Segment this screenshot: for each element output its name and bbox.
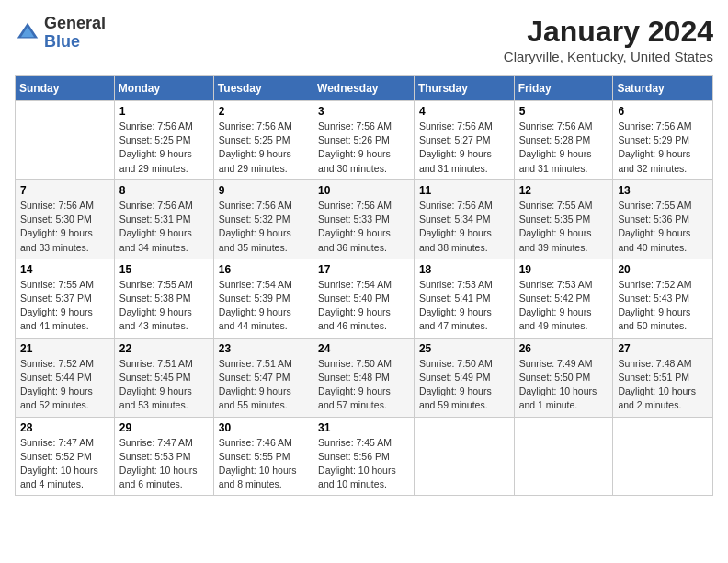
day-info: Sunrise: 7:47 AMSunset: 5:53 PMDaylight:… [119, 436, 209, 492]
calendar-cell: 31Sunrise: 7:45 AMSunset: 5:56 PMDayligh… [313, 417, 415, 496]
day-number: 12 [519, 184, 609, 197]
day-info: Sunrise: 7:54 AMSunset: 5:39 PMDaylight:… [219, 278, 308, 334]
day-info: Sunrise: 7:54 AMSunset: 5:40 PMDaylight:… [318, 278, 409, 334]
day-info: Sunrise: 7:46 AMSunset: 5:55 PMDaylight:… [219, 436, 308, 492]
day-number: 28 [20, 421, 109, 434]
day-header-monday: Monday [114, 76, 213, 101]
day-number: 21 [20, 342, 109, 355]
calendar-cell: 5Sunrise: 7:56 AMSunset: 5:28 PMDaylight… [514, 101, 613, 180]
day-number: 10 [318, 184, 409, 197]
day-number: 8 [119, 184, 209, 197]
day-info: Sunrise: 7:50 AMSunset: 5:48 PMDaylight:… [318, 357, 409, 413]
calendar-week-row: 7Sunrise: 7:56 AMSunset: 5:30 PMDaylight… [16, 179, 713, 259]
day-number: 29 [119, 421, 209, 434]
calendar-cell: 30Sunrise: 7:46 AMSunset: 5:55 PMDayligh… [213, 417, 313, 496]
day-info: Sunrise: 7:52 AMSunset: 5:43 PMDaylight:… [618, 278, 708, 334]
calendar-cell: 21Sunrise: 7:52 AMSunset: 5:44 PMDayligh… [16, 338, 115, 417]
calendar-cell [16, 101, 115, 180]
month-title: January 2024 [504, 15, 713, 49]
day-number: 16 [219, 263, 308, 276]
calendar-cell [514, 417, 613, 496]
day-info: Sunrise: 7:56 AMSunset: 5:27 PMDaylight:… [419, 120, 509, 176]
day-info: Sunrise: 7:56 AMSunset: 5:28 PMDaylight:… [519, 120, 609, 176]
day-number: 7 [20, 184, 109, 197]
day-info: Sunrise: 7:56 AMSunset: 5:33 PMDaylight:… [318, 199, 409, 255]
day-info: Sunrise: 7:53 AMSunset: 5:42 PMDaylight:… [519, 278, 609, 334]
calendar-cell: 19Sunrise: 7:53 AMSunset: 5:42 PMDayligh… [514, 259, 613, 338]
calendar-cell: 28Sunrise: 7:47 AMSunset: 5:52 PMDayligh… [16, 417, 115, 496]
calendar-cell: 25Sunrise: 7:50 AMSunset: 5:49 PMDayligh… [414, 338, 514, 417]
location-text: Claryville, Kentucky, United States [504, 49, 713, 64]
day-info: Sunrise: 7:56 AMSunset: 5:34 PMDaylight:… [419, 199, 509, 255]
day-number: 30 [219, 421, 308, 434]
logo-icon [15, 20, 40, 46]
day-number: 5 [519, 105, 609, 118]
day-number: 2 [219, 105, 308, 118]
calendar-week-row: 14Sunrise: 7:55 AMSunset: 5:37 PMDayligh… [16, 259, 713, 338]
day-header-friday: Friday [514, 76, 613, 101]
day-number: 6 [618, 105, 708, 118]
calendar-cell: 6Sunrise: 7:56 AMSunset: 5:29 PMDaylight… [613, 101, 713, 180]
day-info: Sunrise: 7:52 AMSunset: 5:44 PMDaylight:… [20, 357, 109, 413]
day-info: Sunrise: 7:55 AMSunset: 5:37 PMDaylight:… [20, 278, 109, 334]
calendar-table: SundayMondayTuesdayWednesdayThursdayFrid… [15, 75, 713, 496]
day-number: 23 [219, 342, 308, 355]
calendar-cell: 26Sunrise: 7:49 AMSunset: 5:50 PMDayligh… [514, 338, 613, 417]
calendar-cell: 15Sunrise: 7:55 AMSunset: 5:38 PMDayligh… [114, 259, 213, 338]
day-number: 27 [618, 342, 708, 355]
calendar-cell: 27Sunrise: 7:48 AMSunset: 5:51 PMDayligh… [613, 338, 713, 417]
calendar-cell: 12Sunrise: 7:55 AMSunset: 5:35 PMDayligh… [514, 179, 613, 259]
day-info: Sunrise: 7:56 AMSunset: 5:31 PMDaylight:… [119, 199, 209, 255]
calendar-cell: 13Sunrise: 7:55 AMSunset: 5:36 PMDayligh… [613, 179, 713, 259]
calendar-cell: 1Sunrise: 7:56 AMSunset: 5:25 PMDaylight… [114, 101, 213, 180]
day-number: 20 [618, 263, 708, 276]
day-info: Sunrise: 7:56 AMSunset: 5:25 PMDaylight:… [219, 120, 308, 176]
day-header-tuesday: Tuesday [213, 76, 313, 101]
day-number: 22 [119, 342, 209, 355]
logo-general-text: General [44, 15, 106, 33]
day-header-sunday: Sunday [16, 76, 115, 101]
calendar-cell: 7Sunrise: 7:56 AMSunset: 5:30 PMDaylight… [16, 179, 115, 259]
page-header: General Blue January 2024 Claryville, Ke… [15, 15, 713, 64]
calendar-cell: 9Sunrise: 7:56 AMSunset: 5:32 PMDaylight… [213, 179, 313, 259]
calendar-week-row: 28Sunrise: 7:47 AMSunset: 5:52 PMDayligh… [16, 417, 713, 496]
day-number: 26 [519, 342, 609, 355]
calendar-cell: 11Sunrise: 7:56 AMSunset: 5:34 PMDayligh… [414, 179, 514, 259]
calendar-cell: 23Sunrise: 7:51 AMSunset: 5:47 PMDayligh… [213, 338, 313, 417]
day-info: Sunrise: 7:55 AMSunset: 5:35 PMDaylight:… [519, 199, 609, 255]
day-number: 1 [119, 105, 209, 118]
day-header-wednesday: Wednesday [313, 76, 415, 101]
day-number: 13 [618, 184, 708, 197]
calendar-header-row: SundayMondayTuesdayWednesdayThursdayFrid… [16, 76, 713, 101]
day-info: Sunrise: 7:45 AMSunset: 5:56 PMDaylight:… [318, 436, 409, 492]
calendar-cell: 22Sunrise: 7:51 AMSunset: 5:45 PMDayligh… [114, 338, 213, 417]
day-number: 17 [318, 263, 409, 276]
logo: General Blue [15, 15, 106, 52]
calendar-cell [414, 417, 514, 496]
day-info: Sunrise: 7:48 AMSunset: 5:51 PMDaylight:… [618, 357, 708, 413]
calendar-cell: 29Sunrise: 7:47 AMSunset: 5:53 PMDayligh… [114, 417, 213, 496]
calendar-cell: 17Sunrise: 7:54 AMSunset: 5:40 PMDayligh… [313, 259, 415, 338]
day-number: 14 [20, 263, 109, 276]
calendar-cell: 10Sunrise: 7:56 AMSunset: 5:33 PMDayligh… [313, 179, 415, 259]
day-info: Sunrise: 7:55 AMSunset: 5:38 PMDaylight:… [119, 278, 209, 334]
calendar-week-row: 21Sunrise: 7:52 AMSunset: 5:44 PMDayligh… [16, 338, 713, 417]
day-number: 25 [419, 342, 509, 355]
day-info: Sunrise: 7:56 AMSunset: 5:30 PMDaylight:… [20, 199, 109, 255]
day-info: Sunrise: 7:56 AMSunset: 5:32 PMDaylight:… [219, 199, 308, 255]
day-number: 24 [318, 342, 409, 355]
calendar-cell: 3Sunrise: 7:56 AMSunset: 5:26 PMDaylight… [313, 101, 415, 180]
day-info: Sunrise: 7:56 AMSunset: 5:25 PMDaylight:… [119, 120, 209, 176]
calendar-week-row: 1Sunrise: 7:56 AMSunset: 5:25 PMDaylight… [16, 101, 713, 180]
calendar-cell [613, 417, 713, 496]
calendar-cell: 4Sunrise: 7:56 AMSunset: 5:27 PMDaylight… [414, 101, 514, 180]
calendar-cell: 18Sunrise: 7:53 AMSunset: 5:41 PMDayligh… [414, 259, 514, 338]
day-number: 31 [318, 421, 409, 434]
day-info: Sunrise: 7:56 AMSunset: 5:29 PMDaylight:… [618, 120, 708, 176]
day-info: Sunrise: 7:49 AMSunset: 5:50 PMDaylight:… [519, 357, 609, 413]
day-number: 15 [119, 263, 209, 276]
day-number: 19 [519, 263, 609, 276]
day-header-thursday: Thursday [414, 76, 514, 101]
day-number: 18 [419, 263, 509, 276]
day-number: 3 [318, 105, 409, 118]
